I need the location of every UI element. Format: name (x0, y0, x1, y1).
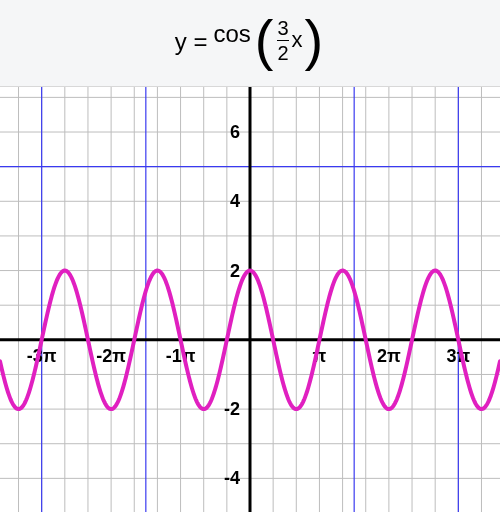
svg-text:-4: -4 (224, 468, 240, 488)
fraction-numerator: 3 (277, 18, 288, 40)
equation-var: x (292, 27, 303, 53)
right-paren: ) (303, 18, 326, 63)
equation-lhs: y = (175, 28, 208, 56)
equation-func: cos (213, 20, 250, 48)
svg-text:-2: -2 (224, 399, 240, 419)
fraction: 3 2 (277, 18, 288, 63)
fraction-denominator: 2 (277, 40, 288, 63)
svg-text:2: 2 (230, 261, 240, 281)
function-plot: -3π-2π-1ππ2π3π-4-2246 (0, 87, 500, 512)
equation-display: y = cos ( 3 2 x ) (0, 0, 500, 87)
svg-text:4: 4 (230, 191, 240, 211)
svg-text:-2π: -2π (96, 346, 126, 366)
svg-text:2π: 2π (377, 346, 401, 366)
left-paren: ( (253, 18, 276, 63)
svg-text:6: 6 (230, 122, 240, 142)
